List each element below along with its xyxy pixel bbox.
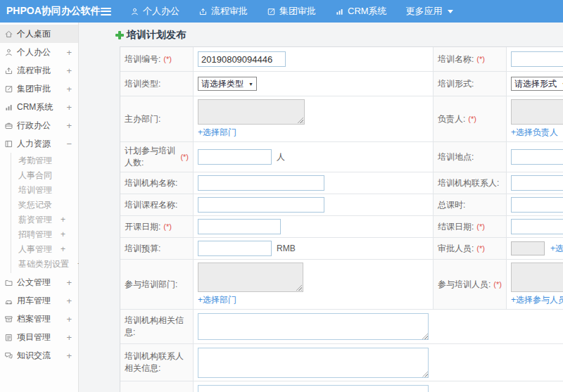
sidebar-item-group-approval[interactable]: 集团审批+ [0,80,78,98]
select-participants-link[interactable]: +选择参与人员 [511,294,563,306]
expand-plus-icon[interactable]: + [66,314,72,324]
select-leader-link[interactable]: +选择负责人 [511,127,558,139]
expand-plus-icon[interactable]: + [61,244,65,254]
expand-plus-icon[interactable]: + [61,215,65,225]
participants-box[interactable] [511,263,563,292]
select-approver-link[interactable]: +选择审批人员 [550,243,563,255]
sidebar-item-label: 集团审批 [17,83,51,95]
training-number-input[interactable] [198,51,286,67]
sidebar-item-process-approval[interactable]: 流程审批+ [0,61,78,80]
expand-plus-icon[interactable]: + [66,332,72,343]
sidebar-subitem-label: 奖惩记录 [18,200,52,210]
field-cell [194,47,434,71]
participating-departments-box[interactable] [198,263,303,292]
sidebar-item-crm[interactable]: CRM系统+ [0,98,78,116]
training-type-select[interactable]: 请选择类型▼ [198,77,257,91]
expand-plus-icon[interactable]: + [66,84,72,94]
training-name-input[interactable] [511,51,563,67]
sidebar-subitem-label: 考勤管理 [18,156,52,165]
expand-plus-icon[interactable]: + [66,102,72,113]
form-row: 主办部门:+选择部门负责人:(*)+选择负责人 [120,96,563,142]
training-requirements-textarea[interactable] [198,385,429,392]
org-name-input[interactable] [198,175,324,191]
field-label: 培训机构联系人: [434,172,507,194]
sidebar-item-admin-office[interactable]: 行政办公+ [0,116,78,134]
select-value: 请选择形式 [514,78,557,90]
select-value: 请选择类型 [201,78,243,90]
total-hours-input[interactable] [511,197,563,213]
field-label: 参与培训人员:(*) [434,260,507,309]
start-date-input[interactable] [198,219,281,234]
approver-box[interactable] [511,241,545,255]
field-label-text: 开课日期: [125,221,160,233]
sidebar-subitem-attendance[interactable]: 考勤管理 [11,153,78,168]
expand-plus-icon[interactable]: + [66,47,72,58]
field-label-text: 培训机构名称: [125,177,177,189]
org-contact-input[interactable] [511,175,563,191]
sidebar-item-archives[interactable]: 档案管理+ [0,310,78,328]
budget-input[interactable] [198,241,272,256]
training-form-select[interactable]: 请选择形式▼ [511,77,563,91]
field-cell [194,216,434,237]
field-label-text: 培训课程名称: [125,199,177,211]
field-label: 培训名称:(*) [434,47,507,71]
sidebar-subitem-salary[interactable]: 薪资管理+ [11,213,78,227]
select-participating-department-link[interactable]: +选择部门 [198,294,236,306]
select-department-link[interactable]: +选择部门 [198,127,236,139]
page-title-text: 培训计划发布 [127,29,186,42]
sidebar-subitem-personnel[interactable]: 人事管理+ [11,242,78,257]
field-label-text: 计划参与培训人数: [125,145,177,169]
nav-item-process-approval[interactable]: 流程审批 [198,5,248,18]
form-row: 开课日期:(*)结课日期:(*) [120,216,563,238]
expand-plus-icon[interactable]: + [66,296,72,306]
sidebar-subitem-label: 薪资管理 [18,215,52,225]
field-label: 培训形式: [434,72,507,96]
menu-icon[interactable] [101,8,111,15]
sidebar-item-personal-desktop[interactable]: 个人桌面 [0,25,78,43]
nav-item-group-approval[interactable]: 集团审批 [267,5,316,18]
expand-plus-icon[interactable]: + [66,65,72,76]
sidebar-subitem-basic-categories[interactable]: 基础类别设置+ [11,257,78,272]
nav-item-personal-office[interactable]: 个人办公 [130,5,179,18]
expand-plus-icon[interactable]: + [61,229,65,239]
org-info-textarea[interactable] [198,313,429,340]
sidebar-subitem-label: 培训管理 [18,185,52,195]
sidebar-item-vehicles[interactable]: 用车管理+ [0,291,78,310]
nav-item-more-apps[interactable]: 更多应用 [406,5,453,18]
form-row: 培训类型:请选择类型▼培训形式:请选择形式▼ [120,72,563,96]
leader-box[interactable] [511,99,563,125]
sidebar-item-personal-office[interactable]: 个人办公+ [0,43,78,61]
required-mark: (*) [180,153,189,161]
form-row: 培训课程名称:总课时: [120,194,563,216]
clipboard-icon [4,333,13,342]
sidebar-subitem-label: 人事管理 [18,244,52,254]
course-name-input[interactable] [198,197,324,213]
org-contact-info-textarea[interactable] [198,348,429,378]
form-row: 培训机构联系人相关信息: [120,344,563,381]
planned-participants-input[interactable] [198,149,272,165]
sidebar-item-projects[interactable]: 项目管理+ [0,328,78,346]
field-label-text: 负责人: [438,113,465,125]
sidebar-item-hr[interactable]: 人力资源− [0,134,78,153]
nav-item-crm[interactable]: CRM系统 [335,5,387,18]
sidebar-subitem-recruitment[interactable]: 招聘管理+ [11,227,78,242]
field-cell: +选择审批人员 [507,238,563,259]
chat-icon [4,351,13,360]
sidebar-item-documents[interactable]: 公文管理+ [0,273,78,291]
expand-plus-icon[interactable]: + [66,120,72,131]
sidebar-subitem-personnel-contract[interactable]: 人事合同 [11,168,78,183]
workflow-icon [198,7,208,16]
collapse-minus-icon[interactable]: − [66,139,72,149]
training-location-input[interactable] [511,149,563,165]
form-row: 培训机构相关信息: [120,310,563,344]
sidebar-subitem-training[interactable]: 培训管理 [11,183,78,198]
sidebar-subitem-rewards[interactable]: 奖惩记录 [11,198,78,213]
field-cell [507,194,563,215]
expand-plus-icon[interactable]: + [66,350,72,361]
sidebar-item-label: 公文管理 [17,277,51,289]
end-date-input[interactable] [511,219,563,234]
expand-plus-icon[interactable]: + [66,277,72,288]
field-label: 培训课程名称: [120,194,194,215]
sidebar-item-knowledge[interactable]: 知识交流+ [0,346,78,365]
host-department-box[interactable] [198,99,305,125]
